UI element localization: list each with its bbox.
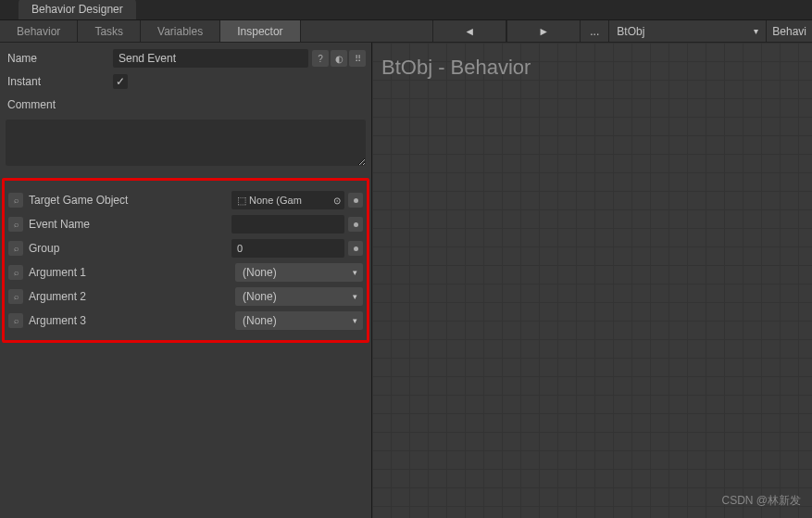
help-icon[interactable]: ? (312, 50, 329, 67)
inspector-panel: Name ? ◐ ⠿ Instant ✓ Comment ⌕ Target Ga… (0, 43, 372, 518)
more-button[interactable]: ... (581, 25, 608, 38)
toolbar: Behavior Tasks Variables Inspector ◄ ► .… (0, 20, 812, 43)
target-value-text: None (Gam (249, 195, 302, 206)
tab-tasks[interactable]: Tasks (78, 20, 140, 42)
watermark: CSDN @林新发 (721, 493, 801, 509)
settings-icon[interactable]: ⠿ (349, 50, 366, 67)
variable-button[interactable] (348, 217, 363, 232)
event-name-label: Event Name (27, 218, 228, 231)
canvas[interactable]: BtObj - Behavior Send Event (372, 43, 812, 518)
instant-checkbox[interactable]: ✓ (113, 74, 128, 89)
cube-icon: ⬚ (237, 195, 246, 207)
instant-label: Instant (6, 75, 113, 88)
comment-label: Comment (6, 98, 113, 111)
prev-button[interactable]: ◄ (432, 20, 506, 42)
argument3-dropdown[interactable]: (None) (235, 311, 363, 330)
contrast-icon[interactable]: ◐ (331, 50, 347, 67)
group-label: Group (27, 242, 228, 255)
search-icon[interactable]: ⌕ (8, 241, 23, 256)
search-icon[interactable]: ⌕ (8, 289, 23, 304)
argument3-label: Argument 3 (27, 314, 231, 327)
name-input[interactable] (113, 49, 308, 68)
highlight-box: ⌕ Target Game Object ⬚ None (Gam ⊙ ⌕ Eve… (2, 178, 369, 343)
argument1-dropdown[interactable]: (None) (235, 263, 363, 282)
object-dropdown[interactable]: BtObj (608, 20, 766, 42)
name-label: Name (6, 52, 113, 65)
divider (300, 20, 301, 42)
group-input[interactable] (231, 239, 344, 258)
play-button[interactable]: ► (506, 20, 581, 42)
behavior-label: Behavi (766, 20, 812, 42)
target-object-field[interactable]: ⬚ None (Gam ⊙ (231, 191, 344, 209)
event-name-input[interactable] (231, 215, 344, 234)
argument1-label: Argument 1 (27, 266, 231, 279)
variable-button[interactable] (348, 241, 363, 256)
search-icon[interactable]: ⌕ (8, 265, 23, 280)
picker-icon[interactable]: ⊙ (333, 196, 341, 206)
search-icon[interactable]: ⌕ (8, 193, 23, 208)
tab-inspector[interactable]: Inspector (220, 20, 299, 42)
titlebar-tab[interactable]: Behavior Designer (19, 0, 136, 19)
argument2-label: Argument 2 (27, 290, 231, 303)
variable-button[interactable] (348, 193, 363, 208)
canvas-title: BtObj - Behavior (381, 56, 531, 80)
titlebar: Behavior Designer (0, 0, 812, 20)
search-icon[interactable]: ⌕ (8, 217, 23, 232)
tab-behavior[interactable]: Behavior (0, 20, 77, 42)
target-label: Target Game Object (27, 194, 228, 207)
argument2-dropdown[interactable]: (None) (235, 287, 363, 306)
search-icon[interactable]: ⌕ (8, 313, 23, 328)
comment-textarea[interactable] (6, 120, 366, 166)
tab-variables[interactable]: Variables (141, 20, 219, 42)
